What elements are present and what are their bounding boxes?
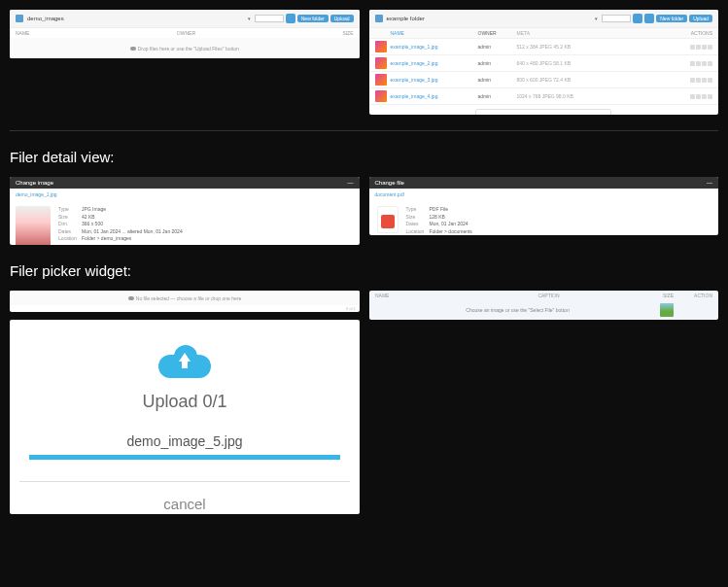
upload-button[interactable]: Upload <box>330 15 354 22</box>
grid-view-icon[interactable] <box>633 14 642 23</box>
col-owner: OWNER <box>177 30 195 36</box>
file-name[interactable]: example_image_3.jpg <box>391 77 478 83</box>
image-thumbnail[interactable] <box>660 303 674 317</box>
file-name[interactable]: example_image_4.jpg <box>391 93 478 99</box>
download-icon[interactable] <box>708 45 712 50</box>
move-icon[interactable] <box>690 94 695 99</box>
search-input[interactable] <box>255 15 284 22</box>
edit-icon[interactable] <box>696 94 701 99</box>
size-label: Size <box>58 214 82 222</box>
section-divider <box>10 130 718 131</box>
picker-footer: 0 of 1 <box>10 305 360 312</box>
picker-hint: No file selected — choose a file or drop… <box>136 295 241 301</box>
col-size: SIZE <box>635 293 674 298</box>
file-row[interactable]: example_image_4.jpg admin 1024 x 768 JPE… <box>369 88 719 105</box>
pdf-icon[interactable] <box>377 206 399 233</box>
file-row[interactable]: example_image_3.jpg admin 800 x 600 JPEG… <box>369 72 719 88</box>
type-value: JPG Image <box>82 206 106 212</box>
col-name: NAME <box>375 293 463 298</box>
filename[interactable]: document.pdf <box>369 189 719 200</box>
browser-header: demo_images ▾ New folder Upload <box>10 10 360 28</box>
download-icon[interactable] <box>708 94 712 99</box>
delete-icon[interactable] <box>702 45 707 50</box>
col-actions: ACTIONS <box>691 30 712 36</box>
col-action: ACTION <box>674 293 712 298</box>
image-thumbnail[interactable] <box>16 206 51 245</box>
file-meta: 640 x 480 JPEG 58.1 KB <box>517 60 691 66</box>
row-actions <box>690 45 712 50</box>
file-name[interactable]: example_image_2.jpg <box>391 60 478 66</box>
cloud-upload-icon <box>158 343 211 378</box>
dim-value: 366 x 500 <box>82 221 103 226</box>
file-owner: admin <box>478 93 517 99</box>
file-row[interactable]: example_image_1.jpg admin 512 x 384 JPEG… <box>369 39 719 55</box>
picker-message: Choose an image or use the "Select File"… <box>375 307 660 313</box>
folder-icon <box>375 15 383 22</box>
picker-body[interactable]: Choose an image or use the "Select File"… <box>369 300 718 320</box>
new-folder-button[interactable]: New folder <box>297 15 329 22</box>
upload-title: Upload 0/1 <box>142 392 226 412</box>
dropzone[interactable]: ☁ Drop your files to upload them or sele… <box>475 109 611 115</box>
move-icon[interactable] <box>690 78 695 83</box>
file-owner: admin <box>478 77 517 83</box>
file-name[interactable]: example_image_1.jpg <box>391 44 478 50</box>
breadcrumb[interactable]: example folder <box>387 16 592 21</box>
picker-empty-panel: No file selected — choose a file or drop… <box>10 291 360 312</box>
cloud-upload-icon <box>130 47 136 51</box>
move-icon[interactable] <box>690 61 695 66</box>
cloud-upload-icon: ☁ <box>480 114 607 115</box>
col-meta: META <box>517 30 691 36</box>
delete-icon[interactable] <box>702 78 707 83</box>
size-value: 128 KB <box>430 214 445 220</box>
file-row[interactable]: example_image_2.jpg admin 640 x 480 JPEG… <box>369 55 719 72</box>
picker-chosen-panel: NAME CAPTION SIZE ACTION Choose an image… <box>369 291 718 320</box>
heading-detail: Filer detail view: <box>10 149 718 165</box>
dates-value: Mon, 01 Jan 2024 ... altered Mon, 01 Jan… <box>82 228 183 234</box>
column-headers: NAME OWNER META ACTIONS <box>369 28 719 39</box>
folder-browser-empty: demo_images ▾ New folder Upload NAME OWN… <box>10 10 360 58</box>
column-headers: NAME OWNER SIZE <box>10 28 360 38</box>
breadcrumb[interactable]: demo_images <box>27 16 244 21</box>
new-folder-button[interactable]: New folder <box>656 15 687 22</box>
download-icon[interactable] <box>708 78 712 83</box>
list-view-icon[interactable] <box>644 14 654 23</box>
search-button[interactable] <box>286 14 295 23</box>
delete-icon[interactable] <box>702 61 707 66</box>
delete-icon[interactable] <box>702 94 707 99</box>
loc-label: Location <box>58 235 82 243</box>
loc-value: Folder > documents <box>430 228 472 234</box>
size-label: Size <box>406 214 430 222</box>
close-icon[interactable]: — <box>707 180 712 186</box>
file-meta: 512 x 384 JPEG 45.2 KB <box>517 44 691 50</box>
file-owner: admin <box>478 44 517 50</box>
folder-browser-list: example folder ▾ New folder Upload NAME … <box>369 10 719 115</box>
filename[interactable]: demo_image_1.jpg <box>10 189 360 200</box>
header-title: Change file <box>375 180 404 186</box>
move-icon[interactable] <box>690 45 695 50</box>
file-meta: 1024 x 768 JPEG 98.0 KB <box>517 93 691 99</box>
empty-dropzone[interactable]: Drop files here or use the "Upload Files… <box>10 38 360 58</box>
chevron-down-icon[interactable]: ▾ <box>595 16 598 21</box>
row-actions <box>690 78 712 83</box>
image-detail-panel: Change image — demo_image_1.jpg TypeJPG … <box>10 177 360 245</box>
close-icon[interactable]: — <box>348 180 354 186</box>
download-icon[interactable] <box>708 61 712 66</box>
chevron-down-icon[interactable]: ▾ <box>248 16 251 21</box>
row-actions <box>690 94 712 99</box>
cancel-button[interactable]: cancel <box>163 496 205 512</box>
edit-icon[interactable] <box>696 45 701 50</box>
file-meta: 800 x 600 JPEG 72.4 KB <box>517 77 691 83</box>
picker-dropzone[interactable]: No file selected — choose a file or drop… <box>10 291 360 305</box>
upload-filename: demo_image_5.jpg <box>126 433 242 449</box>
edit-icon[interactable] <box>696 78 701 83</box>
upload-modal: Upload 0/1 demo_image_5.jpg cancel <box>10 320 360 514</box>
size-value: 42 KB <box>82 214 95 220</box>
panel-header: Change file — <box>369 177 719 189</box>
cloud-upload-icon <box>128 296 134 300</box>
edit-icon[interactable] <box>696 61 701 66</box>
search-input[interactable] <box>602 15 631 22</box>
thumbnail-icon <box>375 90 387 102</box>
upload-button[interactable]: Upload <box>689 15 712 22</box>
header-actions: New folder Upload <box>255 14 354 23</box>
header-title: Change image <box>16 180 53 186</box>
